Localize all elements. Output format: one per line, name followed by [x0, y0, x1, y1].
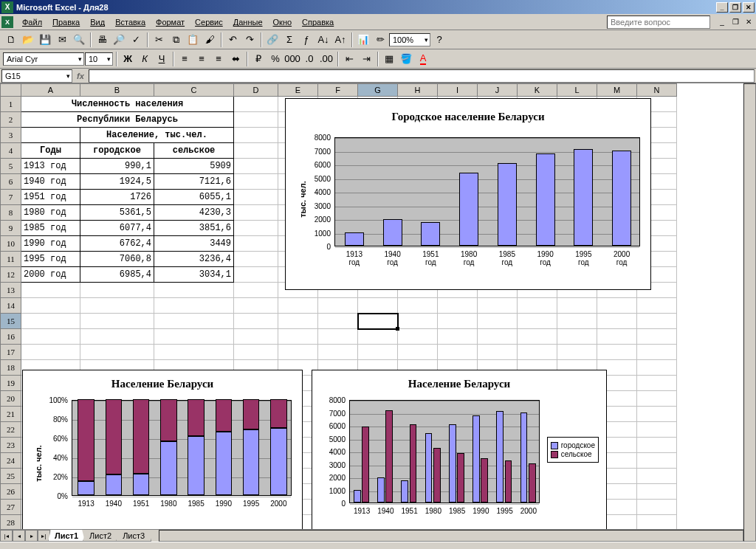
doc-minimize-button[interactable]: _ — [716, 17, 728, 27]
chart1-title: Городское население Беларуси — [286, 109, 650, 125]
paste-icon[interactable]: 📋 — [185, 32, 201, 48]
formula-input[interactable] — [89, 69, 755, 83]
tab-first-icon[interactable]: |◂ — [0, 530, 13, 542]
chart-population-grouped[interactable]: Население Беларуси 010002000300040005000… — [312, 370, 607, 539]
sort-desc-icon[interactable]: A↑ — [332, 32, 348, 48]
tab-next-icon[interactable]: ▸ — [25, 530, 38, 542]
percent-icon[interactable]: % — [267, 51, 284, 67]
doc-restore-button[interactable]: ❐ — [729, 17, 741, 27]
chart-urban-population[interactable]: Городское население Беларуси тыс. чел. 0… — [285, 98, 651, 290]
help-search[interactable] — [607, 15, 710, 29]
undo-icon[interactable]: ↶ — [224, 32, 241, 48]
menu-tools[interactable]: Сервис — [190, 16, 227, 28]
menu-format[interactable]: Формат — [151, 16, 189, 28]
menu-data[interactable]: Данные — [229, 16, 267, 28]
copy-icon[interactable]: ⧉ — [168, 32, 184, 48]
tab-prev-icon[interactable]: ◂ — [13, 530, 25, 542]
chart1-plot: 0100020003000400050006000700080001913год… — [334, 137, 640, 246]
link-icon[interactable]: 🔗 — [264, 32, 281, 48]
status-bar — [0, 542, 756, 549]
window-title: Microsoft Excel - Для28 — [16, 3, 716, 12]
standard-toolbar: 🗋 📂 💾 ✉ 🔍 🖶 🔎 ✓ ✂ ⧉ 📋 🖌 ↶ ↷ 🔗 Σ ƒ A↓ A↑ … — [0, 30, 756, 49]
open-icon[interactable]: 📂 — [20, 32, 36, 48]
chart3-legend: городское сельское — [547, 437, 599, 463]
menu-insert[interactable]: Вставка — [111, 16, 150, 28]
align-right-icon[interactable]: ≡ — [210, 51, 227, 67]
print-icon[interactable]: 🖶 — [94, 32, 110, 48]
sort-asc-icon[interactable]: A↓ — [315, 32, 331, 48]
menu-file[interactable]: Файл — [18, 16, 47, 28]
align-left-icon[interactable]: ≡ — [176, 51, 193, 67]
grid-area: ABCDEFGHIJKLMN1Численность населения2Рес… — [0, 83, 756, 549]
close-button[interactable]: ✕ — [743, 2, 755, 13]
format-toolbar: Arial Cyr 10 Ж К Ч ≡ ≡ ≡ ⬌ ₽ % 000 .0 .0… — [0, 49, 756, 69]
indent-inc-icon[interactable]: ⇥ — [358, 51, 374, 67]
maximize-button[interactable]: ❐ — [729, 2, 741, 13]
sum-icon[interactable]: Σ — [281, 32, 298, 48]
chart2-plot: 0%20%40%60%80%100%1913194019511980198519… — [72, 400, 292, 496]
bold-icon[interactable]: Ж — [120, 51, 136, 67]
cut-icon[interactable]: ✂ — [151, 32, 167, 48]
zoom-combo[interactable]: 100% — [389, 33, 430, 46]
chart-icon[interactable]: 📊 — [355, 32, 371, 48]
format-painter-icon[interactable]: 🖌 — [202, 32, 218, 48]
sheet-tab-bar: |◂ ◂ ▸ ▸| Лист1 Лист2 Лист3 — [0, 529, 743, 542]
minimize-button[interactable]: _ — [716, 2, 728, 13]
horizontal-scrollbar[interactable] — [159, 530, 743, 542]
sheet-tab-2[interactable]: Лист2 — [83, 530, 118, 542]
chart2-title: Население Беларуси — [23, 376, 302, 392]
doc-close-button[interactable]: ✕ — [743, 17, 755, 27]
redo-icon[interactable]: ↷ — [241, 32, 258, 48]
chart3-plot: 0100020003000400050006000700080001913194… — [349, 400, 540, 503]
size-combo[interactable]: 10 — [85, 52, 113, 66]
dec-dec-icon[interactable]: .00 — [318, 51, 334, 67]
borders-icon[interactable]: ▦ — [381, 51, 397, 67]
chart1-ylabel: тыс. чел. — [298, 181, 307, 218]
drawing-icon[interactable]: ✏ — [372, 32, 388, 48]
formula-bar: G15 fx — [0, 69, 756, 83]
indent-dec-icon[interactable]: ⇤ — [341, 51, 357, 67]
menu-edit[interactable]: Правка — [48, 16, 84, 28]
doc-icon: X — [1, 16, 13, 28]
titlebar: X Microsoft Excel - Для28 _ ❐ ✕ — [0, 0, 756, 14]
help-icon[interactable]: ? — [431, 32, 447, 48]
chart3-title: Население Беларуси — [312, 376, 606, 392]
italic-icon[interactable]: К — [137, 51, 153, 67]
underline-icon[interactable]: Ч — [154, 51, 170, 67]
sheet-tab-1[interactable]: Лист1 — [48, 530, 85, 542]
menubar: X Файл Правка Вид Вставка Формат Сервис … — [0, 14, 756, 30]
preview-icon[interactable]: 🔎 — [111, 32, 127, 48]
fontcolor-icon[interactable]: A — [415, 51, 431, 67]
inc-dec-icon[interactable]: .0 — [301, 51, 317, 67]
menu-help[interactable]: Справка — [298, 16, 338, 28]
fx-label[interactable]: fx — [77, 72, 84, 80]
name-box[interactable]: G15 — [1, 69, 72, 83]
menu-view[interactable]: Вид — [86, 16, 109, 28]
excel-icon: X — [1, 1, 13, 13]
new-icon[interactable]: 🗋 — [3, 32, 19, 48]
font-combo[interactable]: Arial Cyr — [3, 52, 84, 66]
currency-icon[interactable]: ₽ — [250, 51, 267, 67]
comma-icon[interactable]: 000 — [284, 51, 300, 67]
fill-icon[interactable]: 🪣 — [398, 51, 414, 67]
menu-window[interactable]: Окно — [269, 16, 297, 28]
chart-population-stacked[interactable]: Население Беларуси тыс. чел. 0%20%40%60%… — [22, 370, 303, 539]
fx-icon[interactable]: ƒ — [298, 32, 315, 48]
save-icon[interactable]: 💾 — [37, 32, 53, 48]
tab-last-icon[interactable]: ▸| — [38, 530, 50, 542]
align-center-icon[interactable]: ≡ — [193, 51, 210, 67]
search-icon[interactable]: 🔍 — [71, 32, 87, 48]
merge-icon[interactable]: ⬌ — [227, 51, 244, 67]
spell-icon[interactable]: ✓ — [128, 32, 144, 48]
mail-icon[interactable]: ✉ — [54, 32, 70, 48]
vertical-scrollbar[interactable] — [743, 83, 756, 542]
sheet-tab-3[interactable]: Лист3 — [116, 530, 151, 542]
